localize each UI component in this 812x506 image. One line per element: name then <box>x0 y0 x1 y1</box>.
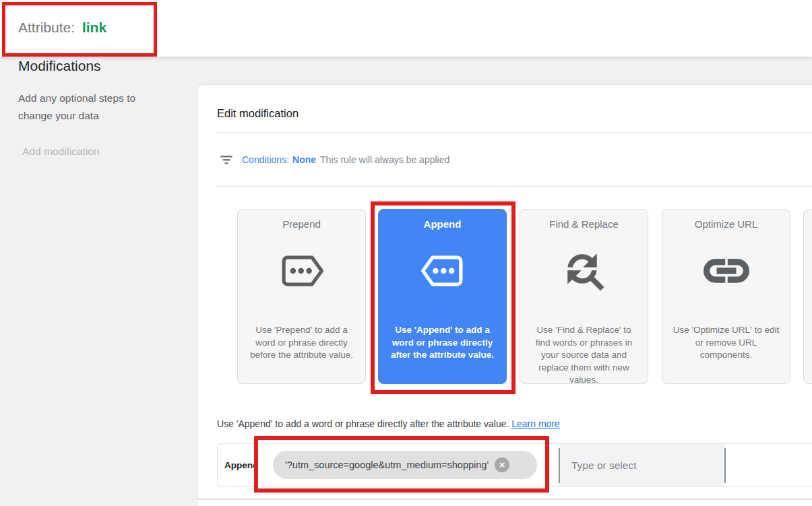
card-optimize-url[interactable]: Optimize URL Use 'Optimize URL' to edit … <box>662 209 790 384</box>
link-icon <box>662 240 790 302</box>
sidebar-description: Add any optional steps to change your da… <box>18 90 166 125</box>
divider <box>217 132 812 133</box>
append-field-label: Append <box>224 444 258 486</box>
attribute-value: link <box>82 20 106 35</box>
conditions-label[interactable]: Conditions: <box>242 154 289 165</box>
card-title: Prepend <box>238 218 365 230</box>
card-description: Use 'Optimize URL' to edit or remove URL… <box>662 324 790 362</box>
append-value-chip[interactable]: '?utm_source=google&utm_medium=shopping'… <box>273 451 537 479</box>
append-tag-icon <box>379 240 506 302</box>
helper-sentence: Use 'Append' to add a word or phrase dir… <box>217 418 509 429</box>
modifications-heading: Modifications <box>18 58 101 74</box>
conditions-note: This rule will always be applied <box>320 154 449 165</box>
card-append[interactable]: Append Use 'Append' to add a word or phr… <box>378 209 507 384</box>
card-find-replace[interactable]: Find & Replace Use 'Find & Replace' to f… <box>520 209 648 384</box>
conditions-row[interactable]: Conditions: None This rule will always b… <box>220 152 449 167</box>
card-description: Use 'Find & Replace' to find words or ph… <box>520 324 648 387</box>
top-bar <box>0 0 812 57</box>
add-modification-button[interactable]: Add modification <box>22 146 100 158</box>
card-title: Append <box>379 218 506 230</box>
panel-title: Edit modification <box>217 107 299 120</box>
card-prepend[interactable]: Prepend Use 'Prepend' to add a word or p… <box>237 209 366 384</box>
prepend-tag-icon <box>238 240 365 302</box>
divider <box>559 448 560 483</box>
attribute-heading: Attribute: link <box>18 20 106 36</box>
type-or-select-input[interactable]: Type or select <box>571 444 637 486</box>
card-description: Use 'Prepend' to add a word or phrase di… <box>238 324 365 362</box>
find-replace-icon <box>520 240 648 302</box>
learn-more-link[interactable]: Learn more <box>511 418 560 429</box>
chip-value: '?utm_source=google&utm_medium=shopping' <box>285 460 489 470</box>
attribute-label: Attribute: <box>18 20 75 35</box>
conditions-value[interactable]: None <box>292 154 316 165</box>
card-title: Find & Replace <box>520 218 648 230</box>
chip-remove-icon[interactable]: × <box>495 457 509 472</box>
helper-text: Use 'Append' to add a word or phrase dir… <box>217 418 560 429</box>
card-title: Optimize URL <box>662 218 790 230</box>
card-description: Use 'Append' to add a word or phrase dir… <box>379 324 506 362</box>
filter-icon <box>220 155 233 164</box>
divider <box>724 448 726 483</box>
divider <box>197 499 812 500</box>
card-partial[interactable] <box>803 209 812 384</box>
divider <box>217 186 812 187</box>
